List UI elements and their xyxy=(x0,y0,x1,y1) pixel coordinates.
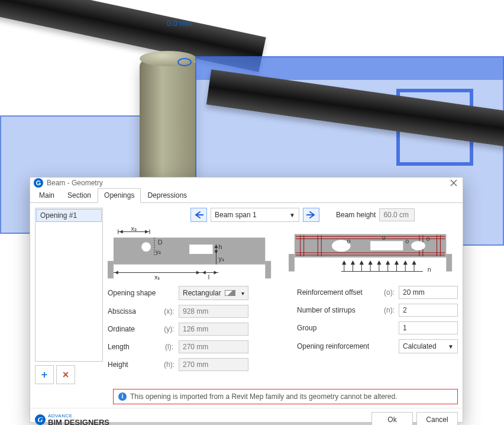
openings-list[interactable]: Opening #1 xyxy=(35,208,103,362)
dimension-label: 0.0 mm xyxy=(167,19,192,28)
beam-height-value: 60.0 cm xyxy=(379,208,415,221)
delete-opening-button[interactable]: × xyxy=(56,365,75,384)
svg-marker-56 xyxy=(360,261,363,265)
ordinate-tag: (y): xyxy=(163,325,175,333)
tabs: Main Section Openings Depressions xyxy=(30,188,463,203)
tab-main[interactable]: Main xyxy=(33,188,61,203)
prev-span-button[interactable] xyxy=(190,208,207,222)
ordinate-label: Ordinate xyxy=(108,325,160,333)
shape-label: Opening shape xyxy=(108,289,160,297)
offset-tag: (o): xyxy=(383,288,395,297)
svg-text:h: h xyxy=(218,243,222,250)
span-select[interactable]: Beam span 1 ▼ xyxy=(211,208,299,222)
svg-marker-68 xyxy=(412,261,416,265)
brand-name: BIM DESIGNERS xyxy=(48,418,109,426)
shape-select: Rectangular ▾ xyxy=(179,286,248,300)
svg-marker-58 xyxy=(369,261,372,265)
notice-text: This opening is imported from a Revit Me… xyxy=(130,392,398,401)
length-tag: (l): xyxy=(163,343,175,351)
svg-marker-22 xyxy=(196,271,200,275)
stirrups-tag: (n): xyxy=(383,306,395,314)
svg-marker-26 xyxy=(214,271,217,275)
readonly-notice: i This opening is imported from a Revit … xyxy=(113,389,458,404)
list-item[interactable]: Opening #1 xyxy=(36,209,102,222)
add-opening-button[interactable]: + xyxy=(35,365,54,384)
group-input[interactable]: 1 xyxy=(399,321,458,334)
app-icon: G xyxy=(34,178,43,188)
tab-depressions[interactable]: Depressions xyxy=(141,188,193,203)
svg-point-9 xyxy=(141,242,151,252)
dialog-beam-geometry: G Beam - Geometry Main Section Openings … xyxy=(30,177,463,423)
svg-rect-8 xyxy=(265,261,271,279)
svg-marker-64 xyxy=(395,261,398,265)
svg-rect-29 xyxy=(289,254,295,272)
svg-marker-3 xyxy=(119,230,123,234)
chevron-down-icon: ▼ xyxy=(289,212,295,218)
ok-button[interactable]: Ok xyxy=(371,412,413,425)
svg-text:o: o xyxy=(347,237,351,244)
length-label: Length xyxy=(108,343,160,351)
span-select-value: Beam span 1 xyxy=(215,211,257,219)
openings-sidebar: Opening #1 + × xyxy=(35,208,103,384)
offset-label: Reinforcement offset xyxy=(297,288,380,297)
offset-input[interactable]: 20 mm xyxy=(399,286,458,299)
reinforcement-diagram: o o o o xyxy=(289,226,458,281)
svg-text:D: D xyxy=(158,239,163,246)
height-label: Height xyxy=(108,360,160,369)
beam-height-label: Beam height xyxy=(336,211,376,219)
next-span-button[interactable] xyxy=(303,208,319,222)
cancel-button[interactable]: Cancel xyxy=(416,412,458,425)
close-icon[interactable] xyxy=(448,178,459,188)
svg-marker-60 xyxy=(377,261,381,265)
abscissa-label: Abscissa xyxy=(108,307,160,315)
svg-text:o: o xyxy=(382,234,386,241)
stirrups-label: Number of stirrups xyxy=(297,306,380,314)
chevron-down-icon: ▾ xyxy=(241,290,244,297)
ordinate-input: 126 mm xyxy=(179,323,248,336)
svg-text:n: n xyxy=(428,266,431,273)
svg-marker-4 xyxy=(145,230,148,234)
svg-rect-10 xyxy=(189,244,212,254)
svg-text:o: o xyxy=(427,235,430,242)
height-input: 270 mm xyxy=(179,358,248,371)
svg-point-45 xyxy=(411,241,425,250)
info-icon: i xyxy=(118,392,127,401)
length-input: 270 mm xyxy=(179,340,248,353)
brand-g-icon: G xyxy=(35,414,46,425)
reinforce-select[interactable]: Calculated ▼ xyxy=(399,339,458,353)
svg-text:l: l xyxy=(208,273,209,281)
brand-logo: G ADVANCE BIM DESIGNERS xyxy=(35,414,109,426)
titlebar: G Beam - Geometry xyxy=(30,178,463,188)
dialog-title: Beam - Geometry xyxy=(47,179,448,187)
abscissa-tag: (x): xyxy=(163,307,175,315)
svg-marker-25 xyxy=(202,271,206,275)
group-label: Group xyxy=(297,324,380,332)
chevron-down-icon: ▼ xyxy=(448,343,454,350)
svg-text:x₁: x₁ xyxy=(154,273,160,281)
svg-marker-62 xyxy=(386,261,390,265)
reinforce-value: Calculated xyxy=(403,342,437,350)
svg-rect-44 xyxy=(370,241,403,250)
shape-icon xyxy=(225,290,235,296)
reinforce-label: Opening reinforcement xyxy=(297,342,380,350)
svg-text:x₂: x₂ xyxy=(131,226,136,232)
height-tag: (h): xyxy=(163,360,175,369)
selection-ring xyxy=(177,58,192,66)
svg-rect-30 xyxy=(446,254,452,272)
shape-value: Rectangular xyxy=(183,289,221,297)
tab-section[interactable]: Section xyxy=(61,188,98,203)
stirrups-input[interactable]: 2 xyxy=(399,304,458,317)
svg-text:o: o xyxy=(405,237,409,244)
svg-rect-7 xyxy=(108,261,114,279)
svg-text:y₂: y₂ xyxy=(156,248,161,255)
geometry-diagram: x₂ D y₂ h y₁ x₁ xyxy=(108,226,277,281)
tab-openings[interactable]: Openings xyxy=(98,188,141,203)
svg-marker-66 xyxy=(403,261,407,265)
svg-marker-52 xyxy=(343,261,346,265)
svg-marker-54 xyxy=(351,261,355,265)
svg-text:y₁: y₁ xyxy=(218,255,224,262)
abscissa-input: 928 mm xyxy=(179,305,248,318)
svg-marker-21 xyxy=(115,271,118,275)
